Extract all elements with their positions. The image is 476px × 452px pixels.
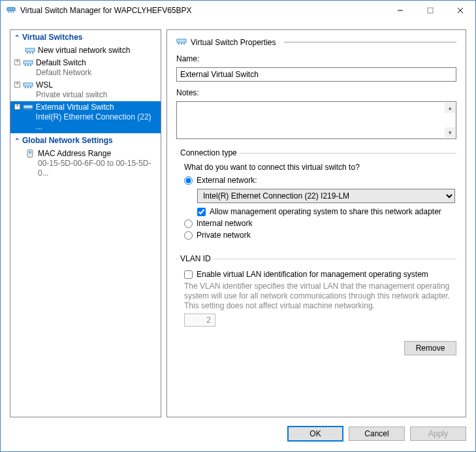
vlan-group: VLAN ID Enable virtual LAN identificatio…	[176, 254, 456, 329]
allow-mgmt-checkbox-row[interactable]: Allow management operating system to sha…	[197, 207, 455, 216]
dialog-footer: OK Cancel Apply	[1, 423, 475, 451]
tree-panel: ⌃ Virtual Switches New virtual network s…	[10, 29, 161, 417]
tree-item-label: Default Switch	[36, 58, 91, 68]
svg-rect-10	[29, 52, 31, 54]
tree-item-sublabel: 00-15-5D-00-6F-00 to 00-15-5D-0...	[38, 159, 157, 178]
tree-item-wsl[interactable]: WSL Private virtual switch	[10, 79, 161, 101]
collapse-icon: ⌃	[14, 34, 20, 41]
titlebar: Virtual Switch Manager for WAPCLYHEFV65B…	[1, 1, 475, 20]
network-switch-icon	[23, 80, 33, 89]
scroll-up-icon[interactable]: ▴	[445, 103, 455, 113]
minimize-button[interactable]	[385, 1, 415, 20]
svg-rect-21	[25, 109, 26, 110]
tree-item-label: WSL	[36, 80, 107, 90]
svg-rect-11	[32, 52, 33, 54]
svg-rect-29	[183, 43, 185, 44]
tree-item-sublabel: Default Network	[36, 68, 91, 78]
tree-header-global-settings[interactable]: ⌃ Global Network Settings	[10, 133, 161, 148]
svg-rect-16	[24, 83, 33, 86]
ok-button[interactable]: OK	[287, 426, 343, 442]
svg-rect-19	[30, 87, 31, 88]
scroll-down-icon[interactable]: ▾	[445, 127, 455, 138]
radio-label: Private network	[197, 231, 251, 240]
connection-question: What do you want to connect this virtual…	[184, 163, 455, 172]
tree-item-sublabel: Intel(R) Ethernet Connection (22) ...	[36, 112, 157, 132]
window-root: Virtual Switch Manager for WAPCLYHEFV65B…	[0, 0, 476, 452]
svg-rect-22	[27, 109, 29, 110]
svg-rect-20	[24, 105, 33, 108]
content-area: ⌃ Virtual Switches New virtual network s…	[1, 20, 475, 423]
radio-external-input[interactable]	[184, 176, 193, 185]
cancel-button[interactable]: Cancel	[349, 427, 405, 441]
vlan-enable-checkbox[interactable]	[184, 270, 193, 279]
panel-title: Virtual Switch Properties	[191, 38, 276, 47]
app-icon	[6, 5, 16, 16]
tree-header-virtual-switches[interactable]: ⌃ Virtual Switches	[10, 30, 161, 44]
radio-private-network[interactable]: Private network	[184, 231, 455, 240]
svg-rect-15	[30, 65, 31, 66]
network-switch-icon	[23, 103, 33, 112]
tree-item-new-switch[interactable]: New virtual network switch	[10, 44, 161, 57]
radio-label: External network:	[197, 176, 257, 185]
tree-item-mac-range[interactable]: MAC Address Range 00-15-5D-00-6F-00 to 0…	[10, 148, 161, 180]
tree-item-sublabel: Private virtual switch	[36, 90, 107, 100]
tree-header-label: Virtual Switches	[22, 33, 82, 42]
network-switch-icon	[23, 58, 33, 67]
svg-rect-8	[25, 48, 35, 52]
svg-rect-14	[27, 65, 29, 66]
allow-mgmt-checkbox[interactable]	[197, 208, 206, 216]
panel-header: Virtual Switch Properties	[176, 37, 456, 48]
network-switch-icon	[176, 37, 187, 48]
collapse-icon: ⌃	[14, 137, 20, 144]
vlan-legend: VLAN ID	[178, 254, 214, 263]
apply-button[interactable]: Apply	[410, 427, 466, 441]
svg-rect-13	[25, 65, 26, 66]
connection-type-group: Connection type What do you want to conn…	[176, 148, 456, 245]
maximize-button[interactable]	[415, 1, 445, 20]
properties-panel: Virtual Switch Properties Name: Notes: ▴…	[167, 29, 466, 417]
svg-point-3	[13, 12, 14, 13]
radio-label: Internal network	[197, 219, 252, 228]
checkbox-label: Allow management operating system to sha…	[210, 207, 441, 216]
vlan-enable-row[interactable]: Enable virtual LAN identification for ma…	[184, 270, 455, 279]
svg-point-1	[8, 12, 10, 13]
expander-icon[interactable]	[14, 59, 20, 65]
notes-textarea[interactable]: ▴ ▾	[176, 101, 456, 139]
tree-item-default-switch[interactable]: Default Switch Default Network	[10, 57, 161, 79]
checkbox-label: Enable virtual LAN identification for ma…	[197, 270, 428, 279]
expander-icon[interactable]	[14, 82, 20, 88]
tree-item-label: External Virtual Switch	[36, 103, 157, 112]
svg-rect-0	[7, 8, 15, 11]
tree-item-label: New virtual network switch	[38, 46, 130, 56]
name-label: Name:	[176, 54, 456, 63]
tree-header-label: Global Network Settings	[22, 136, 113, 145]
svg-rect-25	[29, 151, 31, 153]
divider	[284, 42, 457, 42]
svg-rect-23	[30, 109, 31, 110]
close-button[interactable]	[445, 1, 475, 20]
vlan-description: The VLAN identifier specifies the virtua…	[184, 282, 455, 311]
radio-internal-input[interactable]	[184, 219, 193, 228]
svg-rect-9	[27, 52, 28, 54]
svg-rect-27	[178, 43, 180, 44]
connection-type-legend: Connection type	[178, 148, 240, 157]
radio-private-input[interactable]	[184, 231, 193, 240]
name-input[interactable]	[176, 67, 456, 82]
svg-rect-5	[428, 8, 433, 13]
tree-item-external-virtual-switch[interactable]: External Virtual Switch Intel(R) Etherne…	[10, 101, 161, 133]
svg-rect-17	[25, 87, 26, 88]
svg-rect-28	[181, 43, 182, 44]
window-title: Virtual Switch Manager for WAPCLYHEFV65B…	[20, 6, 385, 15]
expander-icon[interactable]	[14, 104, 20, 110]
notes-label: Notes:	[176, 88, 456, 97]
remove-button[interactable]: Remove	[404, 341, 456, 355]
vlan-id-input: 2	[184, 314, 215, 327]
mac-address-icon	[25, 149, 35, 158]
tree-item-label: MAC Address Range	[38, 149, 157, 159]
network-switch-icon	[25, 46, 35, 55]
adapter-select[interactable]: Intel(R) Ethernet Connection (22) I219-L…	[197, 189, 455, 203]
radio-external-network[interactable]: External network:	[184, 176, 455, 185]
radio-internal-network[interactable]: Internal network	[184, 219, 455, 228]
svg-point-2	[10, 12, 12, 13]
svg-rect-12	[24, 61, 33, 64]
